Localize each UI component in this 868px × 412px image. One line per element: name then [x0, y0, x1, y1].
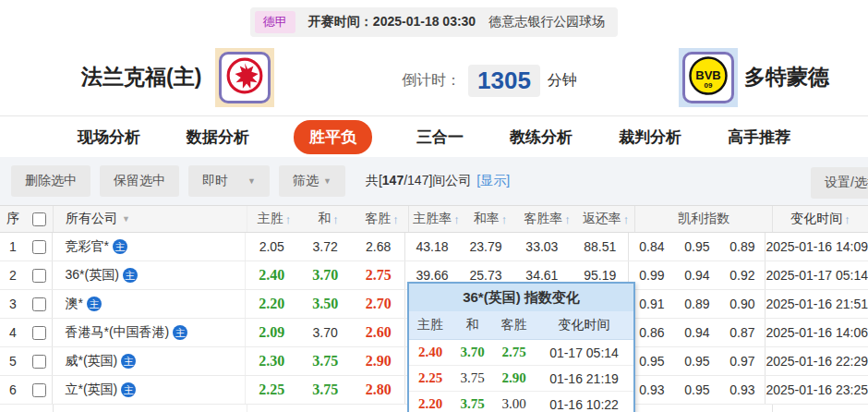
draw-odds: 3.50: [298, 290, 352, 318]
header-draw-rate[interactable]: 和率↑: [464, 206, 517, 232]
home-odds-badge-icon: 主: [123, 268, 138, 283]
kelly-value: 0.99: [629, 268, 674, 283]
league-badge: 德甲: [255, 11, 295, 33]
draw-rate: 23.79: [459, 233, 512, 261]
header-change-time[interactable]: 变化时间↑: [773, 206, 868, 232]
row-select-cell: [26, 319, 54, 346]
kelly-indices: 0.950.950.97: [629, 347, 766, 375]
kickoff-time: 开赛时间：2025-01-18 03:30: [308, 14, 476, 30]
home-odds-badge-icon: 主: [87, 297, 102, 311]
header-away-rate[interactable]: 客胜率↑: [517, 206, 577, 232]
popup-away-odds: 2.90: [493, 370, 535, 386]
select-all-checkbox[interactable]: [32, 212, 46, 226]
away-win-odds: 2.60: [352, 319, 404, 346]
sort-up-icon: ↑: [392, 212, 399, 226]
row-number: 2: [0, 261, 26, 289]
return-rate: 88.51: [572, 233, 629, 261]
away-win-odds: 2.90: [352, 347, 404, 375]
kelly-indices: 0.860.940.87: [629, 319, 766, 346]
settings-select-button[interactable]: 设置/选择: [811, 167, 868, 199]
company-name[interactable]: 立*(英国)主: [53, 376, 245, 404]
tab-three-in-one[interactable]: 三合一: [415, 120, 465, 154]
popup-body: 2.403.702.7501-17 05:142.253.752.9001-16…: [409, 340, 633, 412]
company-name[interactable]: 澳*主: [53, 290, 245, 318]
popup-draw-odds: 3.75: [452, 396, 493, 412]
header-company[interactable]: 所有公司▼: [54, 206, 247, 232]
header-home-rate[interactable]: 主胜率↑: [409, 206, 464, 232]
popup-away-odds: 2.75: [493, 345, 535, 360]
kelly-indices: 0.840.950.89: [629, 233, 766, 261]
popup-row: 2.253.752.9001-16 21:19: [409, 366, 633, 392]
match-odds-page: 德甲 开赛时间：2025-01-18 03:30 德意志银行公园球场 法兰克福(…: [0, 0, 868, 412]
header-return-rate[interactable]: 返还率↑: [577, 206, 635, 232]
company-count: 共[147/147]间公司: [366, 173, 471, 189]
row-checkbox[interactable]: [32, 383, 46, 397]
kelly-value: 0.84: [629, 239, 674, 254]
company-name[interactable]: 36*(英国)主: [53, 261, 245, 289]
home-win-odds: 2.40: [246, 261, 298, 289]
eintracht-frankfurt-eagle-icon: [225, 56, 264, 99]
home-win-odds: 2.20: [246, 290, 298, 318]
company-name[interactable]: 威*(英国)主: [53, 347, 245, 375]
home-odds-badge-icon: 主: [173, 325, 187, 340]
delete-selected-button[interactable]: 删除选中: [11, 165, 90, 197]
row-checkbox[interactable]: [32, 269, 46, 283]
header-kelly-index: 凯利指数: [635, 206, 773, 232]
company-name[interactable]: 香港马*(中国香港)主: [53, 319, 245, 346]
chevron-down-icon: ▼: [247, 176, 256, 186]
company-name[interactable]: 竞彩官*主: [53, 233, 245, 261]
row-checkbox[interactable]: [32, 355, 46, 369]
draw-odds: 3.75: [298, 376, 352, 404]
sort-up-icon: ↑: [501, 212, 508, 226]
sort-up-icon: ↑: [453, 212, 460, 226]
row-number: 6: [0, 376, 26, 404]
instant-odds-dropdown[interactable]: 即时 ▼: [188, 165, 270, 197]
tab-coach-analysis[interactable]: 教练分析: [508, 120, 574, 154]
home-win-odds: 2.30: [246, 347, 298, 375]
kelly-indices: 0.930.950.93: [629, 376, 766, 404]
header-home-win[interactable]: 主胜↑: [247, 206, 301, 232]
header-away-win[interactable]: 客胜↑: [356, 206, 409, 232]
popup-away-odds: 3.00: [493, 396, 535, 412]
tab-expert-picks[interactable]: 高手推荐: [726, 120, 792, 154]
row-checkbox[interactable]: [32, 297, 46, 311]
tab-referee-analysis[interactable]: 裁判分析: [617, 120, 683, 154]
row-checkbox[interactable]: [32, 326, 46, 340]
countdown-label: 倒计时：: [402, 71, 461, 91]
table-row: 1竞彩官*主2.053.722.6843.1823.7933.0388.510.…: [0, 233, 868, 261]
popup-header-time: 变化时间: [535, 317, 633, 333]
header-select-all: [26, 206, 54, 232]
away-win-odds: 2.68: [352, 233, 404, 261]
popup-home-odds: 2.40: [409, 345, 452, 360]
home-win-odds: 2.25: [246, 376, 298, 404]
popup-header-home: 主胜: [409, 317, 452, 333]
change-time: 2025-01-16 14:09: [766, 233, 868, 261]
row-select-cell: [26, 376, 54, 404]
home-team-name: 法兰克福(主): [81, 63, 201, 91]
home-odds-badge-icon: 主: [113, 239, 127, 254]
match-info-strip: 德甲 开赛时间：2025-01-18 03:30 德意志银行公园球场: [250, 7, 618, 37]
odds-change-popup: 36*(英国) 指数变化 主胜 和 客胜 变化时间 2.403.702.7501…: [407, 282, 635, 412]
kelly-value: 0.93: [719, 382, 765, 397]
kelly-indices: 0.910.890.90: [629, 290, 766, 318]
home-odds-badge-icon: 主: [121, 382, 136, 397]
kelly-value: 0.95: [629, 354, 674, 369]
row-checkbox[interactable]: [32, 240, 46, 254]
kelly-value: 0.97: [719, 354, 765, 369]
venue-name: 德意志银行公园球场: [488, 14, 605, 30]
away-team-logo: BVB 09: [679, 48, 738, 107]
popup-home-odds: 2.20: [409, 396, 452, 412]
show-companies-link[interactable]: [显示]: [476, 173, 510, 189]
tab-live-analysis[interactable]: 现场分析: [76, 120, 142, 154]
match-info-bar: 德甲 开赛时间：2025-01-18 03:30 德意志银行公园球场: [0, 7, 868, 37]
sort-up-icon: ↑: [332, 212, 339, 226]
filter-dropdown[interactable]: 筛选 ▼: [279, 165, 345, 197]
header-draw[interactable]: 和↑: [301, 206, 356, 232]
popup-header: 主胜 和 客胜 变化时间: [409, 311, 633, 340]
keep-selected-button[interactable]: 保留选中: [100, 165, 179, 197]
kelly-value: 0.87: [719, 325, 765, 340]
change-time: 2025-01-17 05:14: [766, 261, 868, 289]
tab-win-draw-lose[interactable]: 胜平负: [294, 120, 372, 154]
kelly-value: 0.91: [629, 297, 674, 311]
tab-data-analysis[interactable]: 数据分析: [185, 120, 251, 154]
